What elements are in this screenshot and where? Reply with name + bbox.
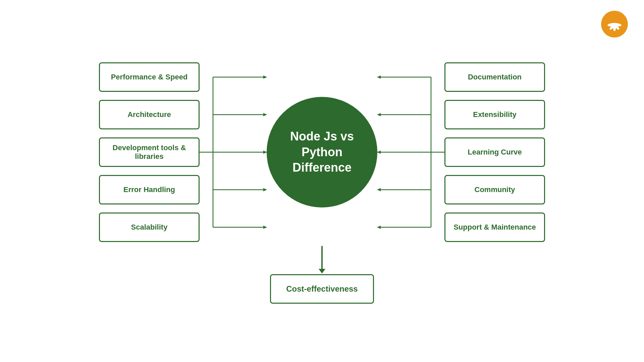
- right-connector-svg: [377, 58, 444, 246]
- center-circle: Node Js vs Python Difference: [267, 97, 377, 207]
- page-wrapper: Performance & SpeedArchitectureDevelopme…: [0, 0, 644, 362]
- svg-marker-11: [263, 113, 267, 116]
- svg-marker-23: [377, 113, 381, 116]
- svg-marker-17: [263, 226, 267, 229]
- right-box-2: Learning Curve: [444, 137, 545, 167]
- left-connector-svg: [200, 58, 267, 246]
- center-text: Node Js vs Python Difference: [290, 129, 354, 176]
- main-row: Performance & SpeedArchitectureDevelopme…: [99, 58, 545, 246]
- svg-marker-9: [263, 75, 267, 79]
- bottom-section: Cost-effectiveness: [270, 246, 374, 304]
- svg-marker-13: [263, 150, 267, 154]
- diagram: Performance & SpeedArchitectureDevelopme…: [0, 0, 644, 362]
- center-line2: Python: [302, 145, 342, 159]
- svg-marker-21: [377, 75, 381, 79]
- right-box-3: Community: [444, 175, 545, 204]
- full-layout: Performance & SpeedArchitectureDevelopme…: [99, 58, 545, 304]
- svg-marker-25: [377, 150, 381, 154]
- left-box-0: Performance & Speed: [99, 62, 200, 92]
- left-column: Performance & SpeedArchitectureDevelopme…: [99, 62, 200, 242]
- bottom-label: Cost-effectiveness: [286, 284, 358, 294]
- left-box-1: Architecture: [99, 100, 200, 129]
- left-box-2: Development tools & libraries: [99, 137, 200, 167]
- svg-marker-29: [377, 226, 381, 229]
- svg-marker-15: [263, 188, 267, 191]
- center-line3: Difference: [292, 161, 352, 174]
- right-box-4: Support & Maintenance: [444, 213, 545, 242]
- left-box-3: Error Handling: [99, 175, 200, 204]
- right-box-1: Extensibility: [444, 100, 545, 129]
- bottom-box: Cost-effectiveness: [270, 274, 374, 304]
- right-connectors: [377, 58, 444, 246]
- vertical-arrow: [321, 246, 323, 269]
- right-column: DocumentationExtensibilityLearning Curve…: [444, 62, 545, 242]
- left-connectors: [200, 58, 267, 246]
- left-box-4: Scalability: [99, 213, 200, 242]
- right-box-0: Documentation: [444, 62, 545, 92]
- svg-marker-27: [377, 188, 381, 191]
- center-line1: Node Js vs: [290, 129, 354, 143]
